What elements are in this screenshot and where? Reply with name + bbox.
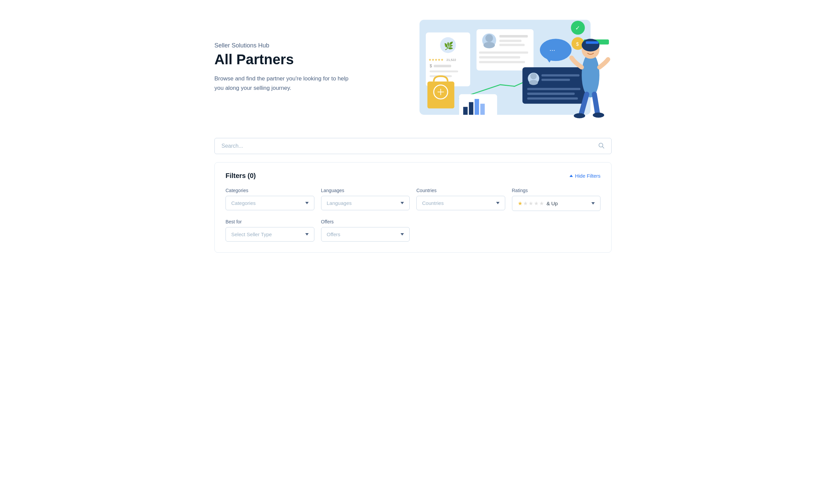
svg-text:···: ··· (550, 46, 555, 53)
search-icon (598, 142, 605, 150)
svg-rect-26 (480, 104, 485, 115)
filter-group-offers: Offers Offers (321, 219, 410, 242)
svg-point-37 (574, 113, 585, 118)
hide-filters-label: Hide Filters (575, 173, 600, 179)
illustration-svg: ✓ $ 🌿 ★★★★★ 21,522 $ (405, 13, 612, 121)
seller-type-chevron-icon (305, 233, 309, 236)
countries-chevron-icon (496, 202, 500, 204)
svg-text:$: $ (576, 41, 579, 47)
svg-rect-31 (542, 79, 570, 81)
filters-row-1: Categories Categories Languages Language… (226, 188, 600, 211)
offers-chevron-icon (401, 233, 404, 236)
categories-select[interactable]: Categories (226, 196, 314, 210)
chat-bubble (540, 39, 572, 61)
svg-point-12 (484, 42, 495, 48)
categories-chevron-icon (305, 202, 309, 204)
svg-text:✓: ✓ (576, 25, 580, 31)
svg-point-39 (599, 143, 603, 147)
ratings-label: Ratings (512, 188, 601, 193)
svg-rect-8 (430, 70, 458, 72)
languages-label: Languages (321, 188, 410, 193)
woman-body (582, 53, 600, 98)
ratings-stars-display: ★ ★ ★ ★ ★ & Up (518, 200, 558, 207)
seller-type-placeholder: Select Seller Type (231, 231, 272, 237)
search-input[interactable] (221, 143, 605, 149)
best-for-label: Best for (226, 219, 314, 224)
svg-point-28 (530, 73, 537, 79)
languages-select[interactable]: Languages (321, 196, 410, 210)
filter-group-categories: Categories Categories (226, 188, 314, 211)
svg-rect-16 (479, 51, 528, 54)
star-4: ★ (534, 200, 539, 207)
filter-group-ratings: Ratings ★ ★ ★ ★ ★ & Up (512, 188, 601, 211)
offers-placeholder: Offers (327, 231, 341, 237)
hero-description: Browse and find the partner you're looki… (214, 74, 356, 92)
svg-point-38 (593, 113, 604, 118)
hero-section: Seller Solutions Hub All Partners Browse… (214, 13, 612, 121)
svg-rect-30 (542, 74, 580, 77)
star-3: ★ (528, 200, 533, 207)
countries-placeholder: Countries (422, 200, 444, 206)
svg-rect-15 (500, 44, 525, 46)
hide-filters-button[interactable]: Hide Filters (570, 173, 600, 179)
stars-row: ★ ★ ★ ★ ★ (518, 200, 544, 207)
countries-label: Countries (416, 188, 505, 193)
svg-rect-36 (586, 41, 599, 44)
svg-point-29 (529, 80, 538, 85)
svg-rect-18 (479, 61, 525, 63)
svg-rect-23 (463, 107, 468, 115)
search-wrapper (214, 138, 612, 154)
ratings-chevron-icon (591, 202, 595, 205)
svg-rect-25 (475, 99, 479, 115)
svg-rect-13 (500, 35, 528, 38)
svg-rect-24 (469, 102, 473, 115)
svg-rect-17 (479, 56, 520, 59)
countries-select[interactable]: Countries (416, 196, 505, 210)
filter-group-languages: Languages Languages (321, 188, 410, 211)
svg-point-11 (485, 34, 493, 42)
languages-placeholder: Languages (327, 200, 352, 206)
breadcrumb: Seller Solutions Hub (214, 42, 393, 49)
filter-group-seller-type: Best for Select Seller Type (226, 219, 314, 242)
offers-label: Offers (321, 219, 410, 224)
ratings-up-label: & Up (547, 201, 558, 206)
svg-rect-14 (500, 40, 522, 42)
filter-group-countries: Countries Countries (416, 188, 505, 211)
ratings-select[interactable]: ★ ★ ★ ★ ★ & Up (512, 196, 601, 211)
seller-type-select[interactable]: Select Seller Type (226, 227, 314, 242)
svg-text:$: $ (430, 64, 432, 68)
svg-text:21,522: 21,522 (447, 58, 456, 62)
filters-title: Filters (0) (226, 172, 256, 180)
search-container (214, 138, 612, 154)
svg-rect-33 (527, 93, 575, 95)
categories-placeholder: Categories (231, 200, 256, 206)
categories-label: Categories (226, 188, 314, 193)
svg-text:🌿: 🌿 (444, 41, 454, 50)
svg-line-40 (603, 147, 604, 148)
hero-text: Seller Solutions Hub All Partners Browse… (214, 42, 393, 93)
svg-point-35 (582, 39, 600, 51)
filters-header: Filters (0) Hide Filters (226, 172, 600, 180)
chevron-up-icon (570, 175, 573, 177)
languages-chevron-icon (401, 202, 404, 204)
page-title: All Partners (214, 52, 393, 67)
filters-section: Filters (0) Hide Filters Categories Cate… (214, 162, 612, 253)
svg-text:★★★★★: ★★★★★ (428, 58, 444, 62)
hero-illustration: ✓ $ 🌿 ★★★★★ 21,522 $ (405, 13, 612, 121)
star-2: ★ (523, 200, 528, 207)
filters-row-2: Best for Select Seller Type Offers Offer… (226, 219, 600, 242)
offers-select[interactable]: Offers (321, 227, 410, 242)
svg-rect-7 (434, 65, 451, 67)
star-1: ★ (518, 200, 522, 207)
star-5: ★ (539, 200, 544, 207)
svg-rect-32 (527, 88, 581, 90)
svg-rect-34 (527, 97, 578, 100)
